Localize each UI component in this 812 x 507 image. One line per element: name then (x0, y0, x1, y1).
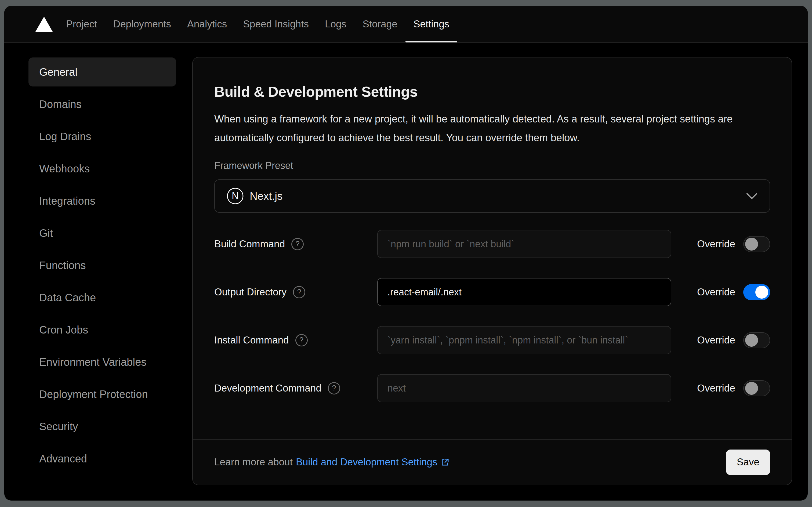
install-command-override: Override (697, 332, 770, 348)
help-icon[interactable]: ? (291, 238, 304, 250)
output-directory-label-group: Output Directory ? (214, 286, 377, 298)
app-window: Project Deployments Analytics Speed Insi… (4, 6, 808, 501)
docs-link-text: Build and Development Settings (296, 456, 438, 468)
override-label: Override (697, 238, 735, 250)
toggle-knob (745, 334, 758, 347)
top-nav: Project Deployments Analytics Speed Insi… (4, 6, 808, 43)
override-toggle[interactable] (743, 284, 770, 300)
external-link-icon (440, 457, 450, 467)
help-icon[interactable]: ? (328, 382, 340, 394)
framework-preset-select[interactable]: N Next.js (214, 179, 770, 213)
build-command-override: Override (697, 236, 770, 252)
sidebar-item-git[interactable]: Git (28, 219, 176, 247)
install-command-row: Install Command ? Override (214, 326, 770, 354)
sidebar-item-cron-jobs[interactable]: Cron Jobs (28, 315, 176, 344)
toggle-knob (745, 238, 758, 250)
content-area: General Domains Log Drains Webhooks Inte… (4, 43, 808, 501)
nav-tab-analytics[interactable]: Analytics (187, 6, 227, 43)
build-command-label-group: Build Command ? (214, 238, 377, 250)
vercel-logo-icon[interactable] (36, 17, 53, 32)
override-label: Override (697, 335, 735, 346)
sidebar-item-environment-variables[interactable]: Environment Variables (28, 347, 176, 377)
learn-more-text: Learn more about Build and Development S… (214, 456, 450, 468)
sidebar-item-domains[interactable]: Domains (28, 90, 176, 119)
development-command-row: Development Command ? Override (214, 374, 770, 402)
build-command-label: Build Command (214, 238, 285, 250)
card-footer: Learn more about Build and Development S… (193, 439, 792, 485)
sidebar-item-data-cache[interactable]: Data Cache (28, 283, 176, 312)
sidebar-item-advanced[interactable]: Advanced (28, 444, 176, 473)
sidebar-item-deployment-protection[interactable]: Deployment Protection (28, 380, 176, 409)
development-command-label-group: Development Command ? (214, 382, 377, 394)
card-body: Build & Development Settings When using … (193, 57, 792, 422)
help-icon[interactable]: ? (293, 286, 305, 298)
nav-tab-settings[interactable]: Settings (413, 6, 450, 43)
override-label: Override (697, 287, 735, 298)
override-toggle[interactable] (743, 236, 770, 252)
chevron-down-icon (746, 192, 758, 200)
build-settings-docs-link[interactable]: Build and Development Settings (296, 456, 450, 468)
learn-more-prefix: Learn more about (214, 456, 293, 468)
sidebar-item-security[interactable]: Security (28, 412, 176, 441)
sidebar-item-integrations[interactable]: Integrations (28, 186, 176, 215)
settings-rows: Build Command ? Override Output Director… (214, 230, 770, 402)
development-command-override: Override (697, 380, 770, 396)
settings-sidebar: General Domains Log Drains Webhooks Inte… (28, 57, 176, 476)
output-directory-override: Override (697, 284, 770, 300)
nav-tab-project[interactable]: Project (66, 6, 97, 43)
override-toggle[interactable] (743, 380, 770, 396)
output-directory-row: Output Directory ? Override (214, 278, 770, 306)
nav-tab-speed-insights[interactable]: Speed Insights (243, 6, 309, 43)
output-directory-label: Output Directory (214, 287, 287, 298)
sidebar-item-functions[interactable]: Functions (28, 251, 176, 280)
save-button[interactable]: Save (726, 450, 770, 475)
help-icon[interactable]: ? (295, 334, 308, 346)
build-command-row: Build Command ? Override (214, 230, 770, 258)
sidebar-item-general[interactable]: General (28, 57, 176, 87)
override-toggle[interactable] (743, 332, 770, 348)
card-title: Build & Development Settings (214, 83, 770, 100)
nav-tab-storage[interactable]: Storage (362, 6, 397, 43)
build-command-input[interactable] (377, 230, 671, 258)
toggle-knob (755, 286, 768, 299)
toggle-knob (745, 382, 758, 395)
nav-tabs: Project Deployments Analytics Speed Insi… (66, 6, 449, 43)
development-command-label: Development Command (214, 383, 322, 394)
install-command-label: Install Command (214, 335, 289, 346)
nav-tab-logs[interactable]: Logs (325, 6, 346, 43)
framework-preset-label: Framework Preset (214, 160, 770, 171)
nextjs-logo-icon: N (227, 187, 244, 205)
sidebar-item-log-drains[interactable]: Log Drains (28, 122, 176, 151)
development-command-input[interactable] (377, 374, 671, 402)
install-command-input[interactable] (377, 326, 671, 354)
card-description: When using a framework for a new project… (214, 110, 775, 147)
nav-tab-deployments[interactable]: Deployments (113, 6, 171, 43)
install-command-label-group: Install Command ? (214, 334, 377, 346)
override-label: Override (697, 383, 735, 394)
output-directory-input[interactable] (377, 278, 671, 306)
build-settings-card: Build & Development Settings When using … (192, 57, 792, 485)
sidebar-item-webhooks[interactable]: Webhooks (28, 154, 176, 183)
framework-selected-value: Next.js (250, 190, 283, 202)
svg-text:N: N (232, 190, 239, 202)
